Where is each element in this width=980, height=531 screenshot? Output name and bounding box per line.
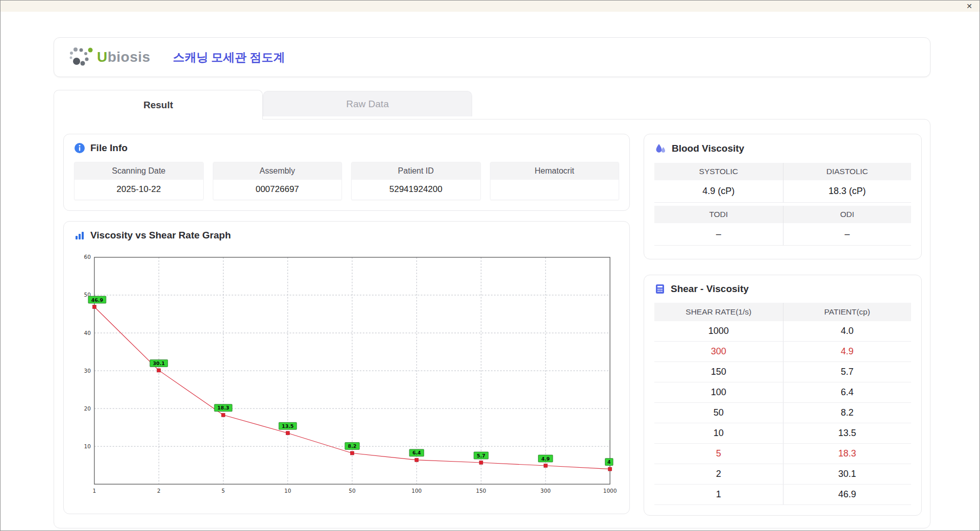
file-info-field-scanning-date: Scanning Date 2025-10-22 [74, 162, 204, 200]
shear-rate-cell: 50 [654, 403, 783, 423]
logo-text: Ubiosis [97, 49, 151, 65]
close-button[interactable]: ✕ [966, 3, 972, 10]
file-info-field-patient-id: Patient ID 52941924200 [351, 162, 481, 200]
column-header: SYSTOLIC [654, 163, 783, 180]
table-row: 50 8.2 [654, 403, 911, 423]
patient-cell: 4.0 [783, 321, 912, 341]
field-label: Assembly [213, 162, 342, 180]
shear-rate-cell: 10 [654, 423, 783, 443]
table-row: 1 46.9 [654, 485, 911, 505]
svg-text:300: 300 [541, 488, 551, 494]
file-info-card: File Info Scanning Date 2025-10-22 Assem… [63, 134, 630, 211]
patient-cell: 13.5 [783, 423, 912, 443]
main-panel: File Info Scanning Date 2025-10-22 Assem… [54, 119, 930, 528]
svg-text:20: 20 [84, 405, 91, 412]
cell-value: – [783, 223, 912, 246]
svg-text:150: 150 [476, 488, 486, 494]
app-header: Ubiosis 스캐닝 모세관 점도계 [54, 37, 930, 77]
shear-rate-cell: 5 [654, 444, 783, 464]
column-header-shear-rate: SHEAR RATE(1/s) [654, 303, 783, 321]
table-row: 100 6.4 [654, 382, 911, 403]
column-header: ODI [783, 206, 912, 223]
table-row: 300 4.9 [654, 342, 911, 362]
info-icon [74, 142, 85, 154]
table-row: 1000 4.0 [654, 321, 911, 342]
file-info-fields: Scanning Date 2025-10-22 Assembly 000726… [74, 162, 619, 200]
svg-text:30: 30 [84, 368, 91, 374]
field-label: Scanning Date [75, 162, 203, 180]
column-header: TODI [654, 206, 783, 223]
svg-text:18.3: 18.3 [217, 405, 229, 411]
cell-value: 18.3 (cP) [783, 180, 912, 203]
bar-chart-icon [74, 230, 85, 241]
shear-rate-cell: 300 [654, 342, 783, 361]
field-value: 000726697 [213, 180, 342, 200]
table-row: 5 18.3 [654, 444, 911, 464]
tab-bar: Result Raw Data [54, 89, 930, 119]
tab-result[interactable]: Result [54, 90, 263, 119]
file-info-field-assembly: Assembly 000726697 [213, 162, 342, 200]
svg-text:2: 2 [157, 488, 161, 494]
svg-text:5.7: 5.7 [477, 453, 485, 458]
shear-viscosity-title: Shear - Viscosity [654, 283, 911, 295]
svg-text:100: 100 [411, 488, 422, 494]
table-row: 10 13.5 [654, 423, 911, 444]
card-title-text: Shear - Viscosity [671, 283, 749, 295]
patient-cell: 46.9 [783, 485, 912, 504]
cell-value: – [654, 223, 783, 246]
window-titlebar: ✕ [1, 1, 979, 12]
file-info-field-hematocrit: Hematocrit [490, 162, 620, 200]
table-row: SYSTOLIC DIASTOLIC 4.9 (cP) 18.3 (cP) [654, 163, 911, 203]
svg-text:6.4: 6.4 [412, 450, 421, 455]
card-title-text: Viscosity vs Shear Rate Graph [90, 230, 231, 241]
blood-viscosity-title: Blood Viscosity [654, 142, 911, 155]
shear-rate-cell: 1000 [654, 321, 783, 341]
ubiosis-logo: Ubiosis [67, 46, 151, 68]
patient-cell: 6.4 [783, 382, 912, 402]
table-row: 150 5.7 [654, 362, 911, 382]
shear-viscosity-card: Shear - Viscosity SHEAR RATE(1/s) PATIEN… [644, 275, 922, 516]
table-row: TODI ODI – – [654, 206, 911, 246]
svg-text:5: 5 [222, 488, 225, 494]
card-title-text: Blood Viscosity [672, 143, 744, 154]
svg-text:46.9: 46.9 [91, 297, 103, 303]
svg-text:4.9: 4.9 [541, 456, 550, 462]
page-content: Ubiosis 스캐닝 모세관 점도계 Result Raw Data [1, 12, 979, 528]
column-header: DIASTOLIC [783, 163, 912, 180]
shear-rate-cell: 100 [654, 382, 783, 402]
field-value: 2025-10-22 [75, 180, 203, 200]
field-label: Hematocrit [491, 162, 619, 180]
svg-text:60: 60 [84, 254, 91, 260]
page-title: 스캐닝 모세관 점도계 [173, 50, 285, 65]
patient-cell: 5.7 [783, 362, 912, 382]
shear-viscosity-rows: 1000 4.0 300 4.9 150 5.7 100 6.4 50 8.2 … [654, 321, 911, 505]
table-row: 2 30.1 [654, 464, 911, 485]
app-window: ✕ Ubiosis 스캐닝 모세관 점도계 [0, 0, 980, 531]
card-title-text: File Info [90, 142, 128, 154]
calculator-icon [654, 283, 666, 295]
svg-text:50: 50 [349, 488, 355, 494]
svg-text:10: 10 [84, 443, 91, 449]
blood-drop-icon [654, 142, 667, 155]
graph-card: Viscosity vs Shear Rate Graph 1020304050… [63, 221, 630, 514]
shear-table-header: SHEAR RATE(1/s) PATIENT(cp) [654, 303, 911, 321]
cell-value: 4.9 (cP) [654, 180, 783, 203]
column-header-patient: PATIENT(cp) [783, 303, 912, 321]
patient-cell: 4.9 [783, 342, 912, 361]
logo-mark-icon [67, 46, 94, 68]
chart-area: 1020304050601251050100150300100046.930.1… [74, 249, 619, 503]
svg-text:4: 4 [607, 459, 611, 465]
left-column: File Info Scanning Date 2025-10-22 Assem… [63, 134, 630, 516]
field-value [491, 180, 619, 200]
shear-rate-cell: 2 [654, 464, 783, 484]
svg-text:30.1: 30.1 [153, 360, 165, 366]
field-value: 52941924200 [352, 180, 480, 200]
right-column: Blood Viscosity SYSTOLIC DIASTOLIC 4.9 (… [644, 134, 922, 516]
tab-raw-data[interactable]: Raw Data [263, 91, 472, 116]
blood-viscosity-table: SYSTOLIC DIASTOLIC 4.9 (cP) 18.3 (cP) TO… [654, 163, 911, 246]
shear-rate-cell: 150 [654, 362, 783, 382]
blood-viscosity-card: Blood Viscosity SYSTOLIC DIASTOLIC 4.9 (… [644, 134, 922, 259]
svg-text:1000: 1000 [603, 488, 617, 494]
field-label: Patient ID [352, 162, 480, 180]
patient-cell: 30.1 [783, 464, 912, 484]
